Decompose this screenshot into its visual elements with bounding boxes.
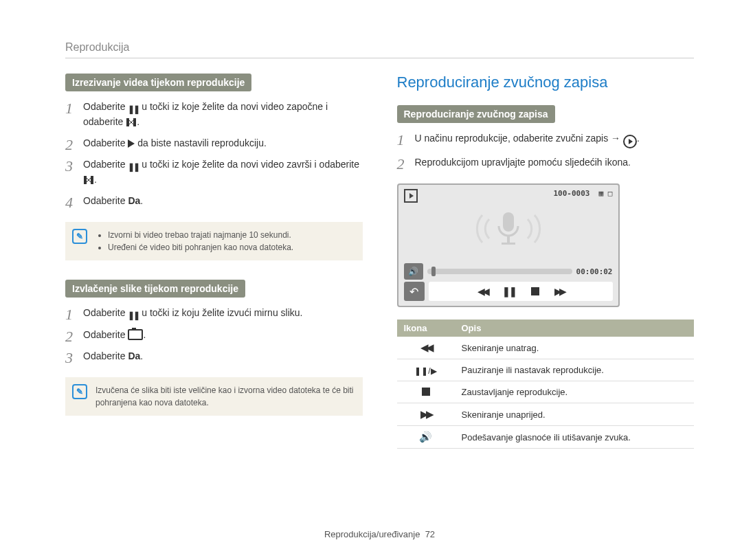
speaker-icon — [419, 431, 432, 443]
circled-play-icon — [623, 135, 637, 148]
rewind-icon[interactable] — [477, 286, 487, 297]
icon-table: Ikona Opis Skeniranje unatrag. Pauziranj… — [397, 320, 695, 449]
pause-play-icon — [414, 364, 436, 376]
microphone-graphic — [398, 204, 618, 255]
table-row: Podešavanje glasnoće ili utišavanje zvuk… — [397, 426, 695, 449]
step-text: . — [637, 133, 640, 144]
table-header-icon: Ikona — [397, 320, 455, 337]
page-footer: Reprodukcija/uređivanje 72 — [65, 515, 694, 539]
step-text: Odaberite — [83, 159, 128, 170]
section-header: Reprodukcija — [65, 41, 694, 58]
rewind-icon — [420, 341, 431, 353]
step-text: . — [143, 329, 146, 340]
mode-play-icon — [404, 189, 418, 203]
step-text: . — [140, 350, 143, 361]
back-button[interactable]: ↶ — [404, 282, 425, 301]
svg-rect-6 — [502, 243, 515, 245]
cell-desc: Skeniranje unatrag. — [455, 337, 695, 359]
subheading-trim: Izrezivanje videa tijekom reprodukcije — [65, 74, 251, 91]
step-number: 4 — [65, 191, 73, 214]
pause-icon: ❚❚ — [128, 161, 139, 172]
step-text: Odaberite — [83, 101, 128, 112]
svg-rect-2 — [84, 176, 87, 184]
camera-icon — [128, 329, 143, 340]
stop-icon[interactable] — [531, 287, 539, 295]
right-column: Reproduciranje zvučnog zapisa Reproducir… — [397, 74, 695, 515]
step-number: 2 — [397, 153, 405, 175]
forward-icon[interactable] — [554, 286, 564, 297]
left-column: Izrezivanje videa tijekom reprodukcije 1… — [65, 74, 363, 515]
step-number: 3 — [65, 346, 73, 369]
step-text: . — [94, 174, 97, 185]
footer-text: Reprodukcija/uređivanje — [324, 529, 420, 539]
pause-icon[interactable]: ❚❚ — [502, 286, 516, 297]
step-bold: Da — [128, 195, 140, 206]
pause-icon: ❚❚ — [128, 310, 139, 321]
file-counter: 100-0003 — [553, 189, 589, 198]
step-text: u točki iz koju želite izvući mirnu slik… — [139, 307, 302, 318]
subheading-audio: Reproduciranje zvučnog zapisa — [397, 105, 555, 123]
step-number: 1 — [397, 128, 405, 151]
step-bold: Da — [128, 350, 140, 361]
step-number: 2 — [65, 325, 73, 348]
volume-button[interactable]: 🔊 — [404, 263, 423, 280]
table-header-desc: Opis — [455, 320, 695, 337]
note-icon: ✎ — [72, 384, 87, 399]
cell-desc: Podešavanje glasnoće ili utišavanje zvuk… — [455, 426, 695, 449]
step-number: 1 — [65, 97, 73, 120]
table-row: Zaustavljanje reprodukcije. — [397, 381, 695, 403]
cell-desc: Zaustavljanje reprodukcije. — [455, 381, 695, 403]
steps-trim: 1 Odaberite ❚❚ u točki iz koje želite da… — [65, 100, 363, 208]
svg-rect-4 — [503, 212, 514, 232]
stop-icon — [422, 388, 430, 396]
note-bullet: Uređeni će video biti pohranjen kao nova… — [108, 241, 355, 254]
table-row: Skeniranje unatrag. — [397, 337, 695, 359]
cell-desc: Pauziranje ili nastavak reprodukcije. — [455, 359, 695, 381]
time-display: 00:00:02 — [576, 267, 613, 276]
table-row: Pauziranje ili nastavak reprodukcije. — [397, 359, 695, 381]
step-text: u točki iz koje želite da novi video zav… — [139, 159, 359, 170]
note-box: ✎ Izvučena će slika biti iste veličine k… — [65, 377, 363, 416]
progress-track[interactable] — [427, 269, 572, 274]
step-text: Odaberite — [83, 307, 128, 318]
table-row: Skeniranje unaprijed. — [397, 403, 695, 426]
note-text: Izvučena će slika biti iste veličine kao… — [95, 385, 354, 407]
steps-audio: 1 U načinu reprodukcije, odaberite zvučn… — [397, 131, 695, 170]
step-text: da biste nastavili reprodukciju. — [135, 137, 266, 148]
svg-rect-0 — [126, 118, 129, 126]
svg-rect-5 — [507, 236, 510, 243]
note-box: ✎ Izvorni bi video trebao trajati najman… — [65, 222, 363, 260]
svg-rect-1 — [133, 118, 136, 126]
step-text: . — [140, 195, 143, 206]
trim-icon — [126, 117, 137, 128]
step-number: 1 — [65, 303, 73, 326]
step-number: 2 — [65, 133, 73, 156]
cell-desc: Skeniranje unaprijed. — [455, 403, 695, 426]
page-number: 72 — [425, 529, 435, 539]
step-text: Odaberite — [83, 137, 128, 148]
note-bullet: Izvorni bi video trebao trajati najmanje… — [108, 229, 355, 241]
step-text: Odaberite — [83, 329, 128, 340]
forward-icon — [420, 408, 431, 420]
step-text: . — [137, 116, 139, 127]
section-title: Reproduciranje zvučnog zapisa — [397, 74, 695, 91]
step-number: 3 — [65, 155, 73, 177]
step-text: Odaberite — [83, 195, 128, 206]
audio-player-preview: 100-0003 ▦ □ — [397, 183, 620, 307]
subheading-capture: Izvlačenje slike tijekom reprodukcije — [65, 280, 245, 298]
trim-icon — [83, 175, 94, 186]
step-text: U načinu reprodukcije, odaberite zvučni … — [415, 133, 624, 144]
note-icon: ✎ — [72, 229, 87, 244]
svg-rect-3 — [91, 176, 93, 184]
play-icon — [128, 139, 135, 148]
step-text: Reprodukcijom upravljajte pomoću sljedeć… — [415, 157, 631, 168]
step-text: Odaberite — [83, 350, 128, 361]
pause-icon: ❚❚ — [128, 104, 139, 115]
steps-capture: 1 Odaberite ❚❚ u točki iz koju želite iz… — [65, 306, 363, 363]
